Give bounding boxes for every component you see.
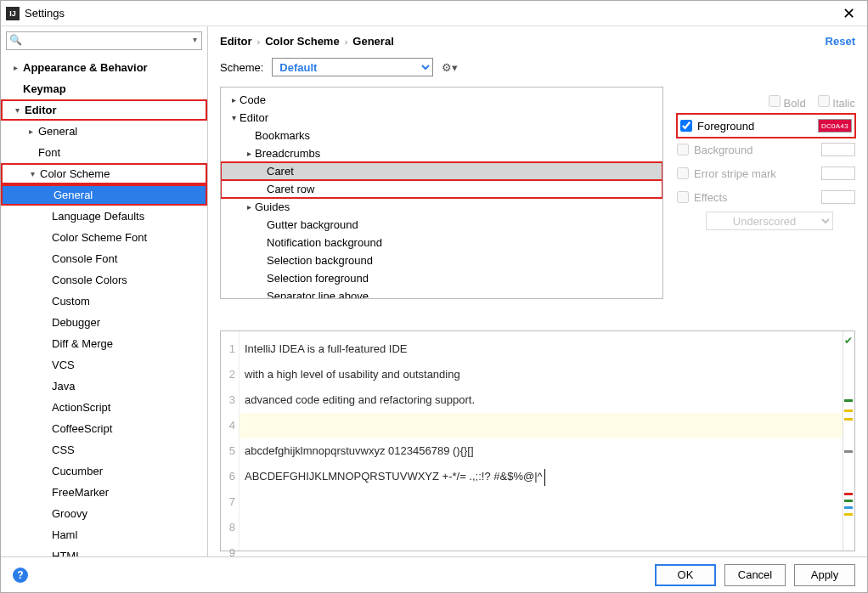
sidebar-item[interactable]: Language Defaults xyxy=(1,206,207,227)
sidebar-item[interactable]: General xyxy=(1,184,207,206)
effects-checkbox[interactable] xyxy=(677,191,689,203)
chevron-right-icon[interactable]: ▸ xyxy=(243,149,255,158)
sidebar-item[interactable]: ▸Appearance & Behavior xyxy=(1,57,207,78)
background-label: Background xyxy=(694,144,816,156)
effects-row[interactable]: Effects xyxy=(677,185,855,209)
sidebar-item[interactable]: CSS xyxy=(1,439,207,460)
error-stripe-swatch[interactable] xyxy=(821,167,855,180)
sidebar-item[interactable]: Color Scheme Font xyxy=(1,227,207,248)
category-tree[interactable]: ▸Code▾EditorBookmarks▸BreadcrumbsCaretCa… xyxy=(220,87,663,299)
marker[interactable] xyxy=(844,418,853,421)
effects-type-select[interactable]: Underscored xyxy=(706,212,833,230)
sidebar-item[interactable]: Java xyxy=(1,376,207,397)
background-swatch[interactable] xyxy=(821,143,855,156)
code-line xyxy=(245,515,843,540)
foreground-swatch[interactable]: DC0A43 xyxy=(818,119,852,133)
error-stripe-row[interactable]: Error stripe mark xyxy=(677,161,855,185)
category-item[interactable]: ▸Code xyxy=(221,91,662,109)
sidebar-item[interactable]: Groovy xyxy=(1,503,207,524)
italic-checkbox[interactable]: Italic xyxy=(818,95,855,110)
sidebar-item[interactable]: Cucumber xyxy=(1,460,207,482)
code-line: abcdefghijklmnopqrstuvwxyz 0123456789 ()… xyxy=(245,438,843,464)
sidebar-item-label: ActionScript xyxy=(50,401,110,414)
sidebar-item[interactable]: VCS xyxy=(1,354,207,376)
preview-markers: ✔ xyxy=(843,331,854,551)
category-item[interactable]: Caret xyxy=(221,162,662,180)
category-item[interactable]: Gutter background xyxy=(221,216,662,234)
scheme-label: Scheme: xyxy=(220,61,263,74)
bold-checkbox[interactable]: Bold xyxy=(769,95,806,110)
marker[interactable] xyxy=(844,450,853,453)
category-item[interactable]: Selection foreground xyxy=(221,269,662,287)
search-row: 🔍 ▾ xyxy=(1,26,207,55)
category-item[interactable]: Selection background xyxy=(221,251,662,269)
search-input[interactable] xyxy=(6,31,202,50)
sidebar-item[interactable]: ActionScript xyxy=(1,397,207,418)
chevron-right-icon[interactable]: ▸ xyxy=(9,63,21,72)
sidebar-item-label: General xyxy=(37,125,77,138)
chevron-right-icon[interactable]: ▸ xyxy=(228,95,240,104)
category-item[interactable]: Bookmarks xyxy=(221,127,662,144)
sidebar-item[interactable]: Diff & Merge xyxy=(1,333,207,354)
chevron-down-icon[interactable]: ▾ xyxy=(11,105,23,115)
sidebar-item-label: Java xyxy=(50,380,75,393)
foreground-checkbox[interactable] xyxy=(680,120,692,132)
marker[interactable] xyxy=(844,399,853,402)
category-item[interactable]: Notification background xyxy=(221,234,662,251)
marker[interactable] xyxy=(844,500,853,502)
chevron-right-icon[interactable]: ▸ xyxy=(25,127,37,136)
sidebar-item[interactable]: Custom xyxy=(1,291,207,312)
preview-panel: 123456789 IntelliJ IDEA is a full-featur… xyxy=(220,330,855,551)
font-style-row: Bold Italic xyxy=(677,90,855,114)
sidebar-item[interactable]: Console Colors xyxy=(1,269,207,291)
sidebar-item[interactable]: ▸General xyxy=(1,121,207,142)
sidebar-item[interactable]: Console Font xyxy=(1,248,207,269)
chevron-right-icon[interactable]: ▸ xyxy=(243,202,255,212)
search-history-icon[interactable]: ▾ xyxy=(193,35,197,44)
dialog-footer: ? OK Cancel Apply xyxy=(1,556,867,592)
marker[interactable] xyxy=(844,493,853,495)
background-checkbox[interactable] xyxy=(677,144,689,155)
category-item-label: Selection foreground xyxy=(267,272,369,285)
preview-code[interactable]: IntelliJ IDEA is a full-featured IDEwith… xyxy=(240,331,843,551)
sidebar-item[interactable]: CoffeeScript xyxy=(1,418,207,439)
ok-button[interactable]: OK xyxy=(655,564,716,586)
help-icon[interactable]: ? xyxy=(13,568,28,583)
sidebar-item[interactable]: ▾Color Scheme xyxy=(1,163,207,184)
category-item[interactable]: Caret row xyxy=(221,180,662,198)
foreground-row[interactable]: Foreground DC0A43 xyxy=(677,114,855,138)
category-item[interactable]: ▾Editor xyxy=(221,109,662,127)
settings-tree[interactable]: ▸Appearance & BehaviorKeymap▾Editor▸Gene… xyxy=(1,55,207,556)
sidebar-item[interactable]: Keymap xyxy=(1,78,207,99)
chevron-down-icon[interactable]: ▾ xyxy=(26,169,38,178)
sidebar-item[interactable]: Font xyxy=(1,142,207,163)
category-item-label: Caret xyxy=(267,165,294,178)
breadcrumb-part[interactable]: Editor xyxy=(220,35,252,48)
marker[interactable] xyxy=(844,409,853,412)
effects-type-row: Underscored xyxy=(677,209,855,233)
cancel-button[interactable]: Cancel xyxy=(724,564,786,586)
sidebar-item[interactable]: HTML xyxy=(1,545,207,556)
apply-button[interactable]: Apply xyxy=(794,564,855,586)
sidebar-item[interactable]: Debugger xyxy=(1,312,207,333)
chevron-right-icon: › xyxy=(340,37,353,47)
sidebar-item[interactable]: Haml xyxy=(1,524,207,545)
category-item[interactable]: ▸Breadcrumbs xyxy=(221,144,662,162)
breadcrumb: Editor › Color Scheme › General Reset xyxy=(208,26,867,51)
category-item[interactable]: ▸Guides xyxy=(221,198,662,216)
scheme-select[interactable]: Default xyxy=(272,58,433,76)
marker[interactable] xyxy=(844,513,853,516)
sidebar-item-label: FreeMarker xyxy=(50,486,109,499)
sidebar-item[interactable]: ▾Editor xyxy=(1,99,207,121)
chevron-down-icon[interactable]: ▾ xyxy=(228,113,240,122)
close-icon[interactable]: ✕ xyxy=(836,4,862,23)
sidebar-item[interactable]: FreeMarker xyxy=(1,482,207,503)
effects-swatch[interactable] xyxy=(821,190,855,204)
breadcrumb-part[interactable]: Color Scheme xyxy=(265,35,339,48)
category-item[interactable]: Separator line above xyxy=(221,287,662,299)
marker[interactable] xyxy=(844,506,853,509)
reset-link[interactable]: Reset xyxy=(826,35,855,48)
error-stripe-checkbox[interactable] xyxy=(677,167,689,179)
background-row[interactable]: Background xyxy=(677,138,855,161)
gear-icon[interactable]: ⚙▾ xyxy=(442,61,458,74)
